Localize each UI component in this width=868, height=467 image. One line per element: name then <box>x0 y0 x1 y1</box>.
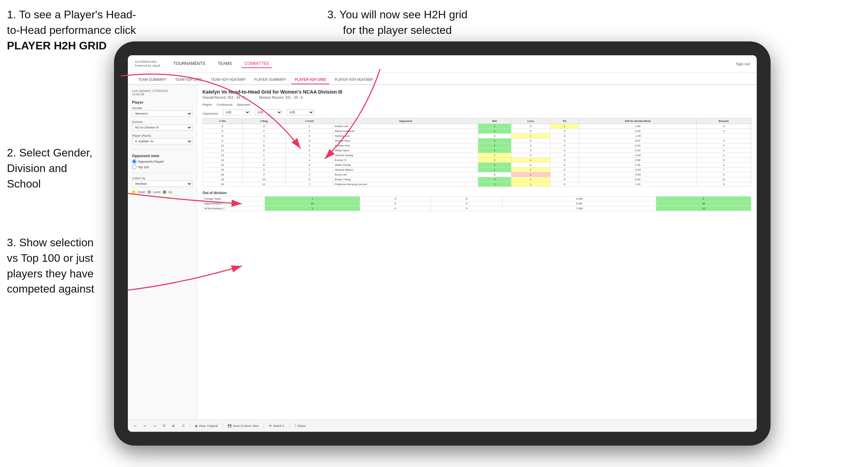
copy-btn[interactable]: ⧉ <box>161 423 167 428</box>
table-row: 1585 Stella Cheng 1 0 0 1.25 4 <box>203 163 751 168</box>
radio-opponents-played-label: Opponents Played <box>138 160 163 163</box>
instruction-mid-line2: Division and <box>7 162 67 174</box>
table-row: 1637 Jessica Mason 1 2 0 -0.94 7 <box>203 168 751 172</box>
opponents-label: Opponents: <box>202 112 219 115</box>
view-original-btn[interactable]: ◉ View: Original <box>193 423 220 428</box>
share-label: Share <box>297 424 305 428</box>
undo-btn[interactable]: ↩ <box>132 423 139 428</box>
legend-up-dot <box>163 190 166 194</box>
region-select[interactable]: (All) <box>223 109 251 115</box>
radio-top-100[interactable]: Top 100 <box>132 165 192 169</box>
watch-btn[interactable]: 👁 Watch ▾ <box>267 423 286 428</box>
toolbar-sep3 <box>264 423 264 429</box>
table-row: NCAA Division 2 5 0 0 7.400 10 <box>203 206 751 211</box>
table-row: 522 Alexis Sudjianto 1 0 0 4.00 3 <box>203 129 751 134</box>
table-row: 19106 Emily Chang 4 1 0 0.30 11 <box>203 177 751 182</box>
grid-title: Katelyn Vo Head-to-Head Grid for Women's… <box>202 89 751 95</box>
instruction-line1: 1. To see a Player's Head- <box>7 8 136 21</box>
bottom-toolbar: ↩ ↩ ↪ ⧉ ⊞ ⏱ ◉ View: Original 💾 Save Cust… <box>128 419 757 432</box>
logo-sub: Powered by clippd <box>135 64 160 68</box>
sub-nav-player-h2h-grid[interactable]: PLAYER H2H GRID <box>291 76 329 84</box>
filter-opponent-label: Opponent <box>237 103 251 106</box>
overall-record: Overall Record: 353 - 34 - 6 <box>202 96 245 99</box>
sidebar-gender-select[interactable]: Women's <box>132 111 192 117</box>
nav-sign-out[interactable]: Sign out <box>736 62 750 66</box>
nav-links: TOURNAMENTS TEAMS COMMITTEE <box>171 60 736 68</box>
instruction-mid-left: 2. Select Gender, Division and School <box>7 145 124 191</box>
filter-conference-label: Conference <box>217 103 233 106</box>
main-content: Last Updated: 27/03/202416:55:38 Player … <box>128 85 757 419</box>
col-diff: Diff Av Strokes/Rnd <box>579 118 696 124</box>
col-loss: Loss <box>511 118 550 124</box>
sub-nav-team-summary[interactable]: TEAM SUMMARY <box>135 76 170 84</box>
table-row: NAIA Division 1 15 0 0 9.267 30 <box>203 201 751 206</box>
filter-selects-row: Opponents: (All) (All) (All) <box>202 109 751 115</box>
save-custom-btn[interactable]: 💾 Save Custom View <box>226 423 261 428</box>
col-conf: # Conf <box>285 118 333 124</box>
view-original-icon: ◉ <box>195 424 198 428</box>
filter-row: Region Conference Opponent <box>202 103 751 106</box>
colour-legend: Down Level Up <box>132 190 192 194</box>
nav-bar: SCOREBOARD Powered by clippd TOURNAMENTS… <box>128 55 757 73</box>
table-row: 1474 Eunice Yi 2 2 0 0.38 9 <box>203 158 751 163</box>
watch-chevron: ▾ <box>283 424 284 428</box>
data-area: Katelyn Vo Head-to-Head Grid for Women's… <box>197 85 757 419</box>
out-of-division-label: Out of division <box>202 191 751 195</box>
save-custom-label: Save Custom View <box>233 424 259 428</box>
table-row: 914 Sharon Mun 1 0 0 3.67 3 <box>203 139 751 143</box>
toolbar-sep1 <box>190 423 190 429</box>
out-of-division-table: Foreign Team 1 0 0 4.500 2 NAIA Division… <box>202 196 751 211</box>
table-row: 1311 Jessica Huang 1 0 0 -3.00 2 <box>203 153 751 158</box>
sidebar-colour-select[interactable]: Win/loss <box>132 181 192 187</box>
save-icon: 💾 <box>228 424 232 428</box>
sidebar-opponent-view-label: Opponent view <box>132 154 192 158</box>
sidebar: Last Updated: 27/03/202416:55:38 Player … <box>128 85 197 419</box>
sub-nav-player-summary[interactable]: PLAYER SUMMARY <box>251 76 290 84</box>
nav-tournaments[interactable]: TOURNAMENTS <box>171 60 208 68</box>
undo2-btn[interactable]: ↩ <box>142 423 149 428</box>
instruction-bold: PLAYER H2H GRID <box>7 39 107 52</box>
view-original-label: View: Original <box>199 424 218 428</box>
instruction-top-left: 1. To see a Player's Head- to-Head perfo… <box>7 7 138 53</box>
sub-nav-team-h2h-grid[interactable]: TEAM H2H GRID <box>172 76 206 84</box>
sub-nav-player-h2h-heatmap[interactable]: PLAYER H2H HEATMAP <box>331 76 377 84</box>
filter-region: Region <box>202 103 213 106</box>
instruction-line2: to-Head performance click <box>7 24 136 36</box>
sidebar-player-rank-label: Player (Rank) <box>132 134 192 137</box>
opponent-select[interactable]: (All) <box>286 109 314 115</box>
toolbar-sep2 <box>223 423 223 429</box>
watch-label: Watch <box>273 424 282 428</box>
clock-btn[interactable]: ⏱ <box>180 423 187 428</box>
ipad-screen: SCOREBOARD Powered by clippd TOURNAMENTS… <box>128 55 757 432</box>
table-row: Foreign Team 1 0 0 4.500 2 <box>203 197 751 201</box>
col-opponent: Opponent <box>333 118 478 124</box>
sidebar-division-label: Division <box>132 120 192 124</box>
eye-icon: 👁 <box>269 424 272 428</box>
share-btn[interactable]: ⤴ Share <box>292 423 308 428</box>
sidebar-colour-by-label: Colour by <box>132 177 192 180</box>
sidebar-gender-label: Gender <box>132 106 192 110</box>
sub-nav-team-h2h-heatmap[interactable]: TEAM H2H HEATMAP <box>207 76 249 84</box>
legend-up-label: Up <box>168 190 172 194</box>
col-rounds: Rounds <box>697 118 751 124</box>
table-row: 1822 Euna Lee 0 1 0 -5.00 2 <box>203 172 751 177</box>
radio-opponents-played[interactable]: Opponents Played <box>132 159 192 164</box>
legend-down-label: Down <box>138 190 145 194</box>
sidebar-player-rank-select[interactable]: 8. Katelyn Vo <box>132 138 192 144</box>
filter-region-label: Region <box>202 103 213 106</box>
toolbar-sep4 <box>289 423 290 429</box>
instruction-bottom-left: 3. Show selectionvs Top 100 or justplaye… <box>7 235 124 297</box>
legend-down-dot <box>132 190 135 194</box>
sidebar-timestamp: Last Updated: 27/03/202416:55:38 <box>132 89 192 96</box>
table-row: 633 Sydney Kuo 0 1 0 -1.00 <box>203 134 751 139</box>
instruction-top-right: 3. You will now see H2H gridfor the play… <box>311 7 484 38</box>
sidebar-division-select[interactable]: NCAA Division III <box>132 124 192 131</box>
redo-btn[interactable]: ↪ <box>151 423 158 428</box>
sub-nav: TEAM SUMMARY TEAM H2H GRID TEAM H2H HEAT… <box>128 73 757 85</box>
paste-btn[interactable]: ⊞ <box>170 423 177 428</box>
conference-select[interactable]: (All) <box>255 109 282 115</box>
nav-committee[interactable]: COMMITTEE <box>242 60 272 68</box>
share-icon: ⤴ <box>294 424 296 428</box>
nav-teams[interactable]: TEAMS <box>215 60 235 68</box>
h2h-table: # Div # Reg # Conf Opponent Win Loss Tie… <box>202 118 751 187</box>
